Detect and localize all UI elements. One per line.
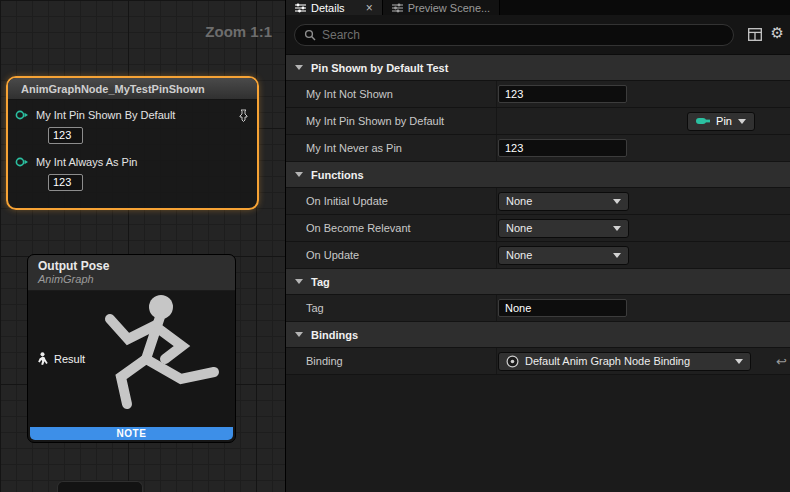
graph-canvas[interactable]: Zoom 1:1 AnimGraphNode_MyTestPinShown My… <box>0 0 285 492</box>
search-input[interactable] <box>322 28 724 42</box>
property-row: On Initial Update None <box>286 188 790 215</box>
my-int-never-as-pin-input[interactable] <box>498 139 627 157</box>
property-label: Tag <box>286 302 496 314</box>
pose-pin-icon <box>37 352 48 365</box>
node-subtitle: AnimGraph <box>38 273 225 285</box>
dropdown-value: None <box>506 222 532 234</box>
category-pin-shown-by-default-test[interactable]: Pin Shown by Default Test <box>286 55 790 81</box>
chevron-down-icon <box>613 199 621 204</box>
property-label: Binding <box>286 355 496 367</box>
category-tag[interactable]: Tag <box>286 269 790 295</box>
property-label: My Int Never as Pin <box>286 142 496 154</box>
property-row: On Become Relevant None <box>286 215 790 242</box>
search-toolbar: ⚙ <box>286 15 790 55</box>
chevron-down-icon <box>295 65 303 70</box>
gear-icon[interactable]: ⚙ <box>771 25 784 40</box>
tab-bar: Details × Preview Scene... <box>286 0 790 15</box>
int-pin-icon[interactable] <box>14 109 30 121</box>
tab-details[interactable]: Details × <box>286 0 382 15</box>
property-row: My Int Never as Pin <box>286 135 790 162</box>
node-header[interactable]: Output Pose AnimGraph <box>28 255 235 291</box>
result-pin[interactable]: Result <box>37 352 85 365</box>
dropdown-value: None <box>506 195 532 207</box>
preview-scene-tab-icon <box>392 3 403 13</box>
app-window: Zoom 1:1 AnimGraphNode_MyTestPinShown My… <box>0 0 790 492</box>
chevron-down-icon <box>295 332 303 337</box>
binding-icon <box>506 355 519 368</box>
property-label: On Update <box>286 249 496 261</box>
property-row: My Int Pin Shown by Default Pin <box>286 108 790 135</box>
category-title: Bindings <box>311 329 358 341</box>
node-title[interactable]: AnimGraphNode_MyTestPinShown <box>8 78 257 100</box>
property-label: My Int Not Shown <box>286 88 496 100</box>
dropdown-value: None <box>506 249 532 261</box>
dropdown-value: Default Anim Graph Node Binding <box>525 355 690 367</box>
tab-label: Preview Scene... <box>408 2 491 14</box>
tab-label: Details <box>311 2 345 14</box>
close-icon[interactable]: × <box>366 2 373 14</box>
property-row: Binding Default Anim Graph Node Binding … <box>286 348 790 375</box>
details-panel: Details × Preview Scene... <box>285 0 790 492</box>
on-update-dropdown[interactable]: None <box>498 246 629 265</box>
search-box[interactable] <box>294 24 734 46</box>
partial-node[interactable] <box>57 481 143 492</box>
int-pin-icon[interactable] <box>14 156 30 168</box>
property-row: My Int Not Shown <box>286 81 790 108</box>
note-badge[interactable]: NOTE <box>30 427 233 440</box>
pin-label: My Int Pin Shown By Default <box>36 109 175 121</box>
category-title: Tag <box>311 276 330 288</box>
tag-input[interactable] <box>498 299 627 317</box>
chevron-down-icon <box>295 172 303 177</box>
chevron-down-icon <box>613 226 621 231</box>
pin-value-input[interactable]: 123 <box>48 174 83 191</box>
category-title: Functions <box>311 169 364 181</box>
chevron-down-icon <box>613 253 621 258</box>
anim-graph-node[interactable]: AnimGraphNode_MyTestPinShown My Int Pin … <box>6 76 259 210</box>
zoom-indicator: Zoom 1:1 <box>205 23 272 40</box>
category-bindings[interactable]: Bindings <box>286 322 790 348</box>
property-row: On Update None <box>286 242 790 269</box>
property-label: My Int Pin Shown by Default <box>286 115 496 127</box>
property-row: Tag <box>286 295 790 322</box>
binding-dropdown[interactable]: Default Anim Graph Node Binding <box>498 352 751 371</box>
category-title: Pin Shown by Default Test <box>311 62 448 74</box>
pin-visibility-dropdown[interactable]: Pin <box>687 112 755 131</box>
chevron-down-icon <box>738 119 746 124</box>
reset-to-default-icon[interactable]: ↩ <box>776 355 787 368</box>
pin-value-input[interactable]: 123 <box>48 127 83 144</box>
property-label: On Become Relevant <box>286 222 496 234</box>
chevron-down-icon <box>735 359 743 364</box>
pin-label: My Int Always As Pin <box>36 156 137 168</box>
on-initial-update-dropdown[interactable]: None <box>498 192 629 211</box>
view-options-icon[interactable] <box>748 28 762 41</box>
result-pin-label: Result <box>54 353 85 365</box>
on-become-relevant-dropdown[interactable]: None <box>498 219 629 238</box>
category-functions[interactable]: Functions <box>286 162 790 188</box>
property-label: On Initial Update <box>286 195 496 207</box>
details-tab-icon <box>295 3 306 13</box>
search-icon <box>304 29 316 41</box>
my-int-not-shown-input[interactable] <box>498 85 627 103</box>
chevron-down-icon <box>295 279 303 284</box>
output-pose-node[interactable]: Output Pose AnimGraph Result NOTE <box>27 254 236 443</box>
promote-pin-icon[interactable] <box>238 109 249 122</box>
node-title: Output Pose <box>38 259 225 273</box>
pin-icon <box>696 117 710 125</box>
tab-preview-scene[interactable]: Preview Scene... <box>382 0 501 15</box>
pin-dropdown-value: Pin <box>716 115 732 127</box>
